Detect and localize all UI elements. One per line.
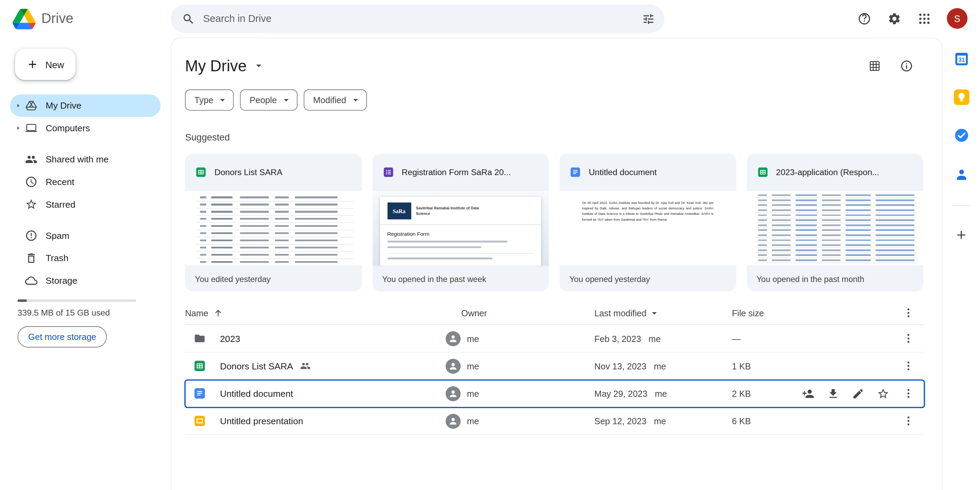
sidebar-item-storage[interactable]: Storage <box>10 269 161 292</box>
keep-icon[interactable] <box>953 89 969 105</box>
table-row-untitled-document[interactable]: Untitled document me May 29, 2023 me 2 K… <box>185 380 924 407</box>
new-button[interactable]: New <box>15 49 76 80</box>
list-settings-more-icon[interactable] <box>900 305 916 320</box>
sidebar-item-label: Storage <box>46 275 78 285</box>
last-modified-cell: Sep 12, 2023 me <box>595 416 732 426</box>
help-icon[interactable] <box>852 6 877 31</box>
info-icon[interactable] <box>900 59 913 72</box>
chevron-right-icon[interactable] <box>12 101 24 110</box>
file-size: — <box>732 333 801 344</box>
column-header-modified[interactable]: Last modified <box>595 308 647 318</box>
computers-icon <box>25 122 37 134</box>
star-icon[interactable] <box>875 386 891 401</box>
docs-icon <box>570 166 581 178</box>
main-panel: My Drive Type People <box>171 37 943 490</box>
chevron-right-icon[interactable] <box>12 124 24 133</box>
more-options-icon[interactable] <box>900 414 916 429</box>
form-heading: Registration Form <box>387 231 534 237</box>
file-size: 1 KB <box>732 361 801 371</box>
filter-modified-chip[interactable]: Modified <box>304 89 367 111</box>
app-name: Drive <box>41 11 73 27</box>
search-input[interactable] <box>203 13 636 24</box>
settings-gear-icon[interactable] <box>882 6 907 31</box>
drive-logo-icon <box>12 9 35 29</box>
drive-logo[interactable]: Drive <box>12 0 73 37</box>
filter-people-chip[interactable]: People <box>240 89 298 111</box>
side-panel-rail: 31 <box>943 37 980 490</box>
table-row-2023-folder[interactable]: 2023 me Feb 3, 2023 me — <box>185 325 924 352</box>
search-bar[interactable] <box>171 5 664 33</box>
column-header-size[interactable]: File size <box>732 308 801 318</box>
chevron-down-icon <box>281 94 292 105</box>
owner-name: me <box>467 361 479 371</box>
sara-logo: SaRa <box>387 202 411 219</box>
sidebar-item-my-drive[interactable]: My Drive <box>10 94 161 117</box>
chevron-down-icon <box>217 94 229 105</box>
column-header-name[interactable]: Name <box>185 308 208 318</box>
calendar-icon[interactable]: 31 <box>953 51 969 67</box>
clock-icon <box>25 176 37 188</box>
more-options-icon[interactable] <box>900 331 916 346</box>
column-header-owner[interactable]: Owner <box>445 308 594 318</box>
slides-icon <box>193 414 206 427</box>
last-modified-cell: Nov 13, 2023 me <box>595 361 732 371</box>
card-activity: You edited yesterday <box>185 266 361 291</box>
file-name: Untitled presentation <box>220 416 303 426</box>
card-title: 2023-application (Respon... <box>776 167 879 177</box>
sidebar-item-shared-with-me[interactable]: Shared with me <box>10 148 161 171</box>
sidebar-item-recent[interactable]: Recent <box>10 171 161 193</box>
chevron-down-icon[interactable] <box>649 307 660 318</box>
storage-usage-text: 339.5 MB of 15 GB used <box>18 308 171 317</box>
card-title: Registration Form SaRa 20... <box>402 167 511 177</box>
search-icon[interactable] <box>176 6 201 31</box>
file-name: Untitled document <box>220 388 293 399</box>
title-dropdown-icon[interactable] <box>252 59 264 72</box>
spreadsheet-thumbnail <box>185 190 361 266</box>
sidebar-item-label: Shared with me <box>46 154 109 164</box>
suggested-card-untitled-document[interactable]: Untitled document On 05 April 2023, SARA… <box>559 154 736 291</box>
sidebar-item-spam[interactable]: Spam <box>10 224 161 247</box>
form-org-name: Savitribai Ramabai Institute of Data Sci… <box>416 205 481 216</box>
search-options-icon[interactable] <box>636 6 661 31</box>
modified-by: me <box>654 416 666 426</box>
sidebar: New My Drive Computers <box>0 37 171 490</box>
card-activity: You opened in the past month <box>747 266 923 291</box>
spam-icon <box>25 229 37 242</box>
filter-type-chip[interactable]: Type <box>185 89 234 111</box>
owner-avatar <box>445 358 461 374</box>
table-row-donors-list[interactable]: Donors List SARA me Nov 13, 2023 me 1 KB <box>185 353 924 380</box>
sheets-icon <box>757 166 768 178</box>
add-addon-plus-icon[interactable] <box>953 227 969 243</box>
contacts-icon[interactable] <box>953 166 969 182</box>
sidebar-item-computers[interactable]: Computers <box>10 117 161 140</box>
sidebar-item-trash[interactable]: Trash <box>10 247 161 269</box>
owner-name: me <box>467 388 479 399</box>
tasks-icon[interactable] <box>953 127 969 143</box>
people-icon <box>25 153 37 165</box>
grid-view-toggle-icon[interactable] <box>868 59 881 72</box>
get-more-storage-button[interactable]: Get more storage <box>18 326 107 347</box>
download-icon[interactable] <box>826 386 840 401</box>
google-apps-icon[interactable] <box>912 6 937 31</box>
modified-date: Sep 12, 2023 <box>595 416 647 426</box>
suggested-card-2023-application[interactable]: 2023-application (Respon... You opened i… <box>747 154 923 291</box>
sidebar-item-starred[interactable]: Starred <box>10 193 161 216</box>
file-name: 2023 <box>220 333 240 344</box>
share-person-add-icon[interactable] <box>801 386 816 401</box>
sidebar-item-label: Trash <box>46 253 68 263</box>
more-options-icon[interactable] <box>900 358 916 374</box>
table-row-untitled-presentation[interactable]: Untitled presentation me Sep 12, 2023 me… <box>185 407 924 435</box>
suggested-card-registration-form[interactable]: Registration Form SaRa 20... SaRa Savitr… <box>372 154 549 291</box>
rename-pencil-icon[interactable] <box>851 386 865 401</box>
account-avatar[interactable]: S <box>947 8 967 29</box>
modified-date: May 29, 2023 <box>595 388 648 399</box>
more-options-icon[interactable] <box>900 386 916 401</box>
docs-icon <box>193 387 206 400</box>
suggested-card-donors-list[interactable]: Donors List SARA You edited yesterday <box>185 154 361 291</box>
card-activity: You opened in the past week <box>372 266 549 291</box>
my-drive-icon <box>25 99 37 112</box>
sidebar-item-label: Recent <box>46 177 74 187</box>
sort-ascending-icon[interactable] <box>213 308 223 318</box>
forms-icon <box>382 166 394 178</box>
last-modified-cell: Feb 3, 2023 me <box>595 333 732 344</box>
